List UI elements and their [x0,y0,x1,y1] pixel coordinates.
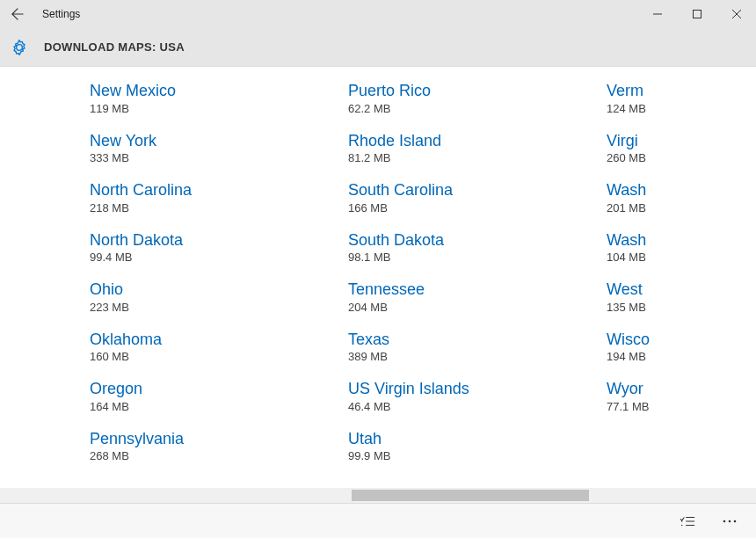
map-name: Puerto Rico [348,81,589,101]
map-item[interactable]: New Mexico119 MB [90,79,331,117]
page-title: DOWNLOAD MAPS: USA [44,40,185,54]
map-name: New Mexico [90,81,331,101]
minimize-icon [653,10,662,18]
map-item[interactable]: West135 MB [607,278,756,316]
map-name: US Virgin Islands [348,379,589,399]
gear-icon [11,39,28,56]
maximize-button[interactable] [677,0,716,28]
maps-list-viewport: sotaippirinaskaampshireerseyNew Mexico11… [0,67,756,488]
map-name: Tennessee [348,280,589,300]
map-item[interactable]: New York333 MB [90,129,331,167]
map-name: ska [0,227,72,247]
map-size: 333 MB [90,151,331,164]
minimize-button[interactable] [637,0,677,28]
maps-columns: sotaippirinaskaampshireerseyNew Mexico11… [0,79,756,476]
map-item[interactable]: ersey [0,315,72,339]
map-size: 268 MB [90,449,331,462]
map-name: North Dakota [90,230,331,251]
map-size: 194 MB [607,350,756,363]
map-item[interactable]: ampshire [0,279,72,303]
map-item[interactable]: North Dakota99.4 MB [90,229,331,266]
map-size: 166 MB [348,201,589,214]
map-name: Oklahoma [90,330,331,350]
map-name: ri [0,154,72,174]
map-item[interactable]: Tennessee204 MB [348,278,589,316]
svg-point-4 [729,520,731,522]
map-name: Wash [607,230,756,251]
map-item[interactable]: Wyor77.1 MB [607,377,756,415]
map-item[interactable]: Ohio223 MB [90,278,331,316]
map-size: 119 MB [90,102,331,115]
map-name: South Carolina [348,180,589,200]
map-item[interactable]: Verm124 MB [607,79,756,117]
map-name: sota [0,81,72,101]
map-item[interactable]: Pennsylvania268 MB [90,427,331,465]
close-button[interactable] [716,0,756,28]
map-size: 218 MB [90,201,331,214]
map-item[interactable]: US Virgin Islands46.4 MB [348,377,589,415]
map-item[interactable]: ri [0,152,72,177]
map-item[interactable]: sota [0,79,72,104]
map-name: Rhode Island [348,131,589,151]
svg-point-3 [723,520,726,522]
back-arrow-icon [11,8,24,20]
map-size: 389 MB [348,350,589,363]
horizontal-scrollbar[interactable] [0,488,756,503]
map-item[interactable]: North Carolina218 MB [90,178,331,216]
map-item[interactable]: Wisco194 MB [607,328,756,366]
map-item[interactable]: Virgi260 MB [607,129,756,167]
map-size: 99.4 MB [90,251,331,264]
more-icon [723,520,737,523]
map-name: North Carolina [90,180,331,200]
map-size: 201 MB [607,201,756,214]
map-size: 204 MB [348,301,589,314]
map-size: 223 MB [90,301,331,314]
svg-point-2 [681,524,682,525]
map-name: Utah [348,429,589,449]
map-item[interactable]: ska [0,225,72,250]
map-item[interactable]: ippi [0,116,72,141]
map-size: 46.4 MB [348,400,589,413]
select-list-icon [680,514,695,528]
map-item[interactable]: South Dakota98.1 MB [348,229,589,266]
map-size: 99.9 MB [348,449,589,462]
maps-column: Puerto Rico62.2 MBRhode Island81.2 MBSou… [348,79,607,476]
app-title: Settings [42,8,80,20]
back-button[interactable] [9,5,26,23]
svg-point-5 [734,520,737,522]
map-item[interactable]: Texas389 MB [348,328,589,366]
map-name: Wyor [607,379,756,399]
map-name: West [607,280,756,300]
window-controls [637,0,756,28]
svg-point-1 [681,520,682,521]
map-item[interactable]: Rhode Island81.2 MB [348,129,589,167]
scrollbar-thumb[interactable] [352,490,589,501]
select-button[interactable] [670,507,705,535]
page-header: DOWNLOAD MAPS: USA [0,28,756,67]
map-name: ersey [0,316,72,337]
command-bar [0,503,756,538]
map-size: 104 MB [607,251,756,264]
map-item[interactable]: Oregon164 MB [90,377,331,415]
maps-column: New Mexico119 MBNew York333 MBNorth Caro… [90,79,348,476]
map-item[interactable]: Wash201 MB [607,178,756,216]
map-item[interactable]: Puerto Rico62.2 MB [348,79,589,117]
maximize-icon [693,10,701,18]
map-name: Wash [607,180,756,200]
map-name: ampshire [0,280,72,301]
map-item[interactable]: South Carolina166 MB [348,178,589,216]
map-item[interactable]: Oklahoma160 MB [90,328,331,366]
svg-rect-0 [693,11,701,18]
map-size: 77.1 MB [607,400,756,413]
map-item[interactable]: Utah99.9 MB [348,427,589,465]
map-item[interactable]: Wash104 MB [607,229,756,266]
map-item[interactable] [0,262,72,266]
map-item[interactable]: na [0,189,72,214]
map-size: 81.2 MB [348,151,589,164]
map-size: 260 MB [607,151,756,164]
map-size: 164 MB [90,400,331,413]
map-name: Pennsylvania [90,429,331,449]
more-button[interactable] [712,507,747,535]
map-name: New York [90,131,331,151]
map-size: 160 MB [90,350,331,363]
